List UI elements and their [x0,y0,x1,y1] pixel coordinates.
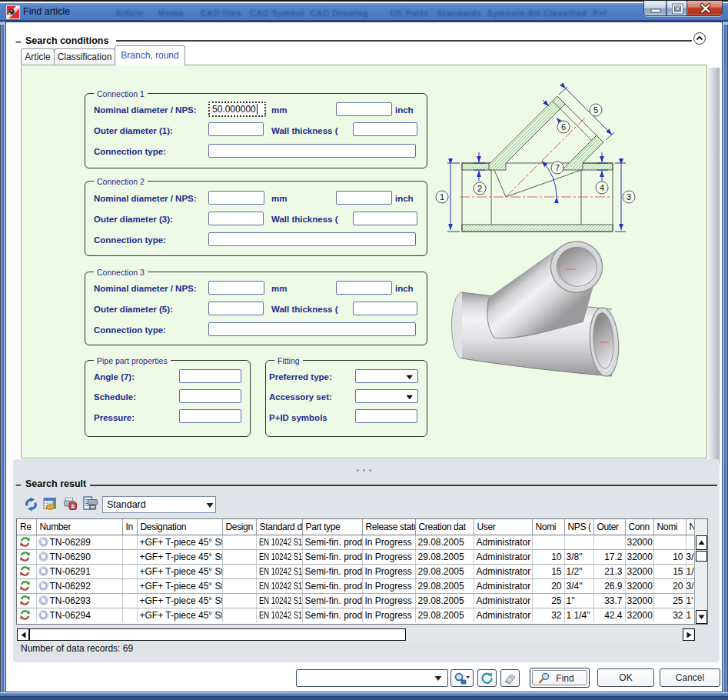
svg-text:7: 7 [555,163,560,172]
svg-text:4: 4 [600,183,604,192]
svg-text:1: 1 [440,192,444,202]
svg-text:6: 6 [561,122,566,132]
svg-text:3: 3 [627,192,631,202]
svg-text:5: 5 [593,105,598,115]
svg-text:2: 2 [477,184,482,193]
